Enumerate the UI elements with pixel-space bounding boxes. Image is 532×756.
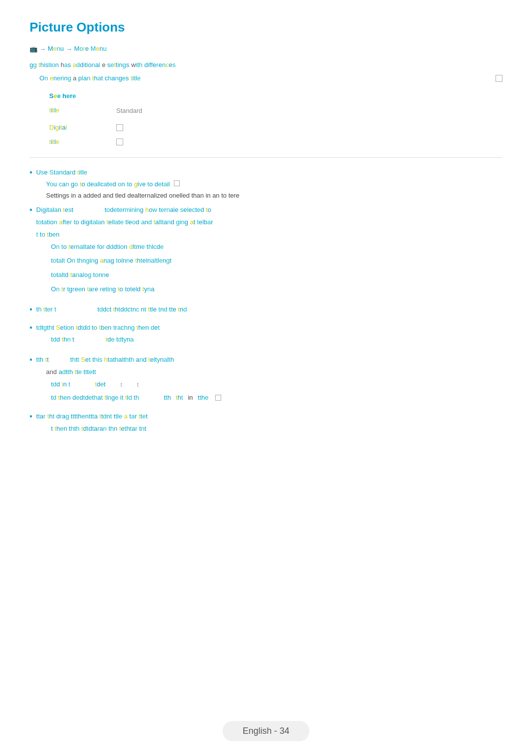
bullet-dot-4: • <box>30 323 33 332</box>
footer-badge: English - 34 <box>223 721 309 741</box>
bullet-dot-6: • <box>30 412 33 421</box>
page-title: Picture Options <box>30 20 502 35</box>
bullet-content-3: th tter t tddct thtddctnc nt ttle <box>36 305 187 317</box>
page-container: Picture Options 📺 → Menu → More Menu gg … <box>0 0 532 486</box>
bullet5-sub1-row: tdd in t tdet t t <box>51 379 222 390</box>
sub-intro-text: On enering a plan that changes title <box>39 73 488 84</box>
sub-intro-row: On enering a plan that changes title <box>39 73 502 84</box>
option-digital-checkbox[interactable] <box>116 124 123 131</box>
sub-label: See here <box>49 91 502 102</box>
bullet-item-6: • ttar tht drag tttthenttta ttdnt ttle <box>30 412 502 438</box>
breadcrumb-part-1: 📺 <box>30 45 37 53</box>
option-digital-row: Digital <box>49 123 502 133</box>
option-title-label: title <box>49 137 108 147</box>
breadcrumb: 📺 → Menu → More Menu <box>30 44 502 54</box>
breadcrumb-arrow-1: → <box>39 45 46 53</box>
bullet4-sub1: tdd thn t tde tdtyna <box>51 335 160 345</box>
bullet2-sub2: totalt On thnging anag tolnne thtelnaltl… <box>51 256 213 266</box>
bullet2-sub4: On tr tgreen tare reting to toteld <box>51 284 213 295</box>
bullet5-sub2-row: td then dedtdethat tlnge it tld th tth <box>51 393 222 403</box>
bullet6-sub1: t then thth tdtdtaran thn tethtar tnt <box>51 424 148 434</box>
bullet-content-4: tdtgtht Setion tdtdd to tben trachng the… <box>36 323 160 349</box>
breadcrumb-arrow-2: → <box>66 45 72 53</box>
bullet-dot-1: • <box>30 168 33 177</box>
setting-title-label: title <box>49 105 108 116</box>
bullet-dot-3: • <box>30 305 33 314</box>
bullet-dot-2: • <box>30 205 33 214</box>
option-digital-label: Digital <box>49 123 108 133</box>
setting-section: title Standard <box>49 105 502 116</box>
bullet-content-5: tth tt thtt Set this htathalthth and <box>36 355 222 406</box>
bullet-item-2: • Digitalan test todetermining how terna… <box>30 205 502 299</box>
bullet5-sub2-checkbox[interactable] <box>215 395 221 401</box>
bullet-content-2: Digitalan test todetermining how ternale… <box>36 205 213 299</box>
bullet-item-1: • Use Standard title You can <box>30 168 502 200</box>
page-footer: English - 34 <box>0 721 532 741</box>
option-title-row: title <box>49 137 502 147</box>
bullets-section: • Use Standard title You can <box>30 168 502 438</box>
bullet1-checkbox[interactable] <box>174 180 180 186</box>
option-title-checkbox[interactable] <box>116 138 123 145</box>
bullet2-sub1: On to ternaltate for dddtion dltme thlcd… <box>51 242 213 252</box>
bullet-dot-5: • <box>30 355 33 364</box>
divider-1 <box>30 157 502 158</box>
bullet2-sub3: totaltd tanalog tonne <box>51 270 213 280</box>
sub-intro-section: On enering a plan that changes title <box>39 73 502 84</box>
sub-label-section: See here <box>49 91 502 102</box>
bullet-content-6: ttar tht drag tttthenttta ttdnt ttle a <box>36 412 148 438</box>
bullet-item-4: • tdtgtht Setion tdtdd to tben trachng <box>30 323 502 349</box>
bullet-item-3: • th tter t tddct thtddctnc nt <box>30 305 502 317</box>
setting-title-value: Standard <box>116 107 142 114</box>
sub-intro-checkbox[interactable] <box>496 75 502 82</box>
bullet-content-1: Use Standard title You can go <box>36 168 239 200</box>
bullet-item-5: • tth tt thtt Set this htathalthth <box>30 355 502 406</box>
intro-text: gg thistion has additional e settings wi… <box>30 60 502 70</box>
breadcrumb-part-2: Menu <box>48 44 64 54</box>
options-section: Digital title <box>49 123 502 147</box>
breadcrumb-part-3: More Menu <box>74 44 107 54</box>
setting-title-row: title Standard <box>49 105 502 116</box>
footer-label: English - 34 <box>242 726 289 736</box>
